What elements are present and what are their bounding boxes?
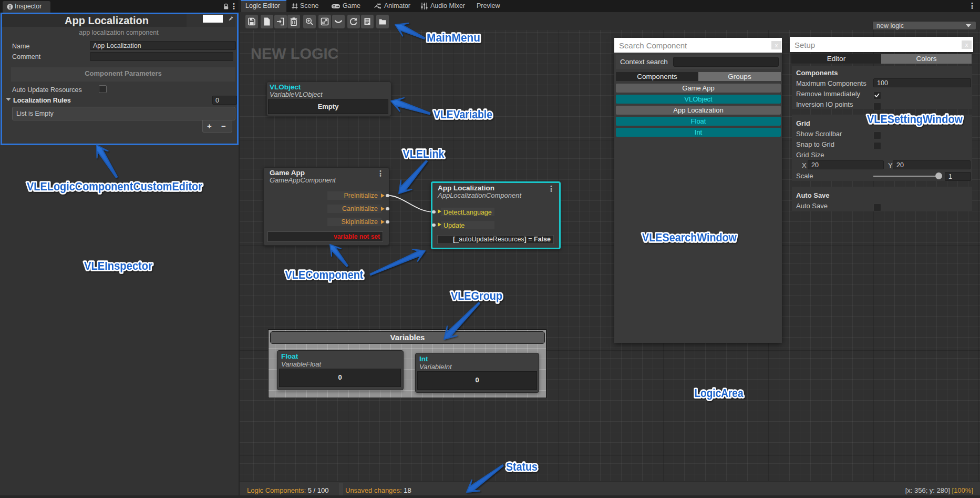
svg-text:VLELogicComponentCustomEditor: VLELogicComponentCustomEditor xyxy=(27,180,203,193)
svg-text:VLEInspector: VLEInspector xyxy=(84,260,153,272)
